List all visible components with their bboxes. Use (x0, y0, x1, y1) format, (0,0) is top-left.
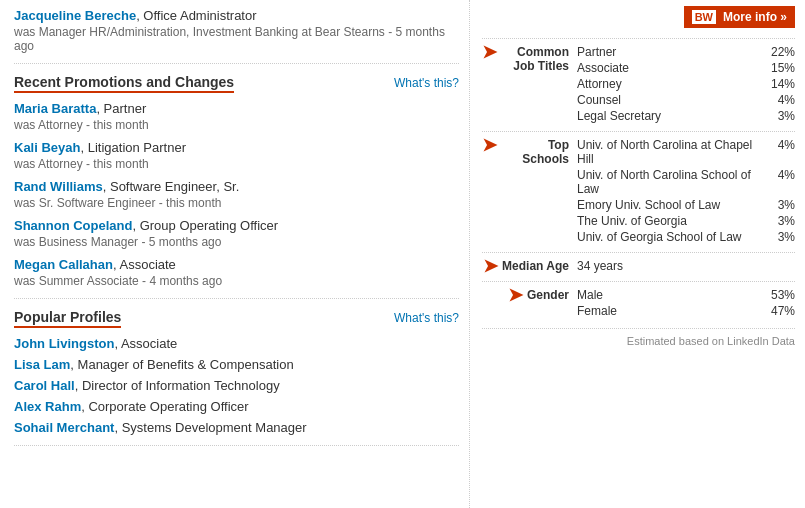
profile-title: , Manager of Benefits & Compensation (70, 357, 293, 372)
top-person-prev: was Manager HR/Administration, Investmen… (14, 25, 459, 53)
recent-person-title: , Group Operating Officer (132, 218, 278, 233)
stat-row: Univ. of Georgia School of Law 3% (577, 230, 795, 244)
more-info-button[interactable]: BW More info » (684, 6, 795, 28)
top-schools-label-col: ➤ Top Schools (482, 138, 577, 246)
recent-person-item: Shannon Copeland, Group Operating Office… (14, 218, 459, 249)
recent-section-header: Recent Promotions and Changes What's thi… (14, 74, 459, 93)
profile-name[interactable]: Sohail Merchant (14, 420, 114, 435)
profile-name[interactable]: Carol Hall (14, 378, 75, 393)
popular-section-title: Popular Profiles (14, 309, 121, 328)
stat-row: Associate 15% (577, 61, 795, 75)
median-age-section: ➤ Median Age 34 years (482, 252, 795, 275)
stat-row: Partner 22% (577, 45, 795, 59)
recent-person-item: Kali Beyah, Litigation Partner was Attor… (14, 140, 459, 171)
recent-whats-this-link[interactable]: What's this? (394, 76, 459, 90)
profile-item: Lisa Lam, Manager of Benefits & Compensa… (14, 357, 459, 372)
recent-person-item: Megan Callahan, Associate was Summer Ass… (14, 257, 459, 288)
top-schools-data: Univ. of North Carolina at Chapel Hill 4… (577, 138, 795, 246)
median-age-label: ➤ Median Age (482, 259, 569, 275)
profile-name[interactable]: John Livingston (14, 336, 114, 351)
bottom-divider (14, 445, 459, 446)
popular-whats-this-link[interactable]: What's this? (394, 311, 459, 325)
median-age-label-col: ➤ Median Age (482, 259, 577, 275)
gender-label-col: ➤ Gender (482, 288, 577, 320)
recent-person-name[interactable]: Shannon Copeland (14, 218, 132, 233)
popular-profiles-list: John Livingston, Associate Lisa Lam, Man… (14, 336, 459, 435)
arrow-icon: ➤ (508, 286, 523, 304)
recent-person-title: , Partner (96, 101, 146, 116)
profile-title: , Corporate Operating Officer (81, 399, 248, 414)
recent-person-name[interactable]: Megan Callahan (14, 257, 113, 272)
bw-logo: BW (692, 10, 716, 24)
stat-row: Male 53% (577, 288, 795, 302)
gender-data: Male 53% Female 47% (577, 288, 795, 320)
profile-item: Alex Rahm, Corporate Operating Officer (14, 399, 459, 414)
top-person-name[interactable]: Jacqueline Bereche (14, 8, 136, 23)
recent-person-prev: was Attorney - this month (14, 157, 459, 171)
recent-person-prev: was Attorney - this month (14, 118, 459, 132)
right-panel: BW More info » ➤ Common Job Titles Partn… (470, 0, 805, 508)
more-info-bar: BW More info » (482, 6, 795, 28)
recent-person-item: Rand Williams, Software Engineer, Sr. wa… (14, 179, 459, 210)
top-schools-section: ➤ Top Schools Univ. of North Carolina at… (482, 131, 795, 246)
arrow-icon: ➤ (482, 136, 497, 154)
recent-promotions-section: Recent Promotions and Changes What's thi… (14, 74, 459, 288)
stat-row: Univ. of North Carolina School of Law 4% (577, 168, 795, 196)
common-job-titles-section: ➤ Common Job Titles Partner 22% Associat… (482, 38, 795, 125)
common-job-titles-data: Partner 22% Associate 15% Attorney 14% C… (577, 45, 795, 125)
profile-item: Sohail Merchant, Systems Development Man… (14, 420, 459, 435)
profile-title: , Associate (114, 336, 177, 351)
median-age-data: 34 years (577, 259, 795, 275)
profile-title: , Director of Information Technology (75, 378, 280, 393)
recent-person-prev: was Business Manager - 5 months ago (14, 235, 459, 249)
top-person-title: , Office Administrator (136, 8, 256, 23)
more-info-label: More info » (723, 10, 787, 24)
stat-row: Female 47% (577, 304, 795, 318)
popular-profiles-section: Popular Profiles What's this? John Livin… (14, 309, 459, 435)
common-job-titles-label-col: ➤ Common Job Titles (482, 45, 577, 125)
stat-row: Counsel 4% (577, 93, 795, 107)
recent-person-name[interactable]: Rand Williams (14, 179, 103, 194)
stat-row: Attorney 14% (577, 77, 795, 91)
popular-section-header: Popular Profiles What's this? (14, 309, 459, 328)
arrow-icon: ➤ (483, 257, 498, 275)
stat-row: Legal Secretary 3% (577, 109, 795, 123)
top-person-entry: Jacqueline Bereche, Office Administrator… (14, 8, 459, 64)
recent-person-item: Maria Baratta, Partner was Attorney - th… (14, 101, 459, 132)
recent-section-title: Recent Promotions and Changes (14, 74, 234, 93)
recent-person-name[interactable]: Kali Beyah (14, 140, 80, 155)
stat-row: Univ. of North Carolina at Chapel Hill 4… (577, 138, 795, 166)
top-schools-label: ➤ Top Schools (482, 138, 569, 166)
left-panel: Jacqueline Bereche, Office Administrator… (0, 0, 470, 508)
profile-item: Carol Hall, Director of Information Tech… (14, 378, 459, 393)
gender-section: ➤ Gender Male 53% Female 47% (482, 281, 795, 320)
recent-person-prev: was Summer Associate - 4 months ago (14, 274, 459, 288)
recent-person-name[interactable]: Maria Baratta (14, 101, 96, 116)
common-job-titles-label: ➤ Common Job Titles (482, 45, 569, 73)
recent-person-title: , Litigation Partner (80, 140, 186, 155)
profile-name[interactable]: Lisa Lam (14, 357, 70, 372)
recent-people-list: Maria Baratta, Partner was Attorney - th… (14, 101, 459, 288)
section-divider (14, 298, 459, 299)
stat-row: 34 years (577, 259, 795, 273)
stat-row: Emory Univ. School of Law 3% (577, 198, 795, 212)
gender-label: ➤ Gender (482, 288, 569, 304)
estimated-note: Estimated based on LinkedIn Data (482, 328, 795, 347)
recent-person-title: , Associate (113, 257, 176, 272)
stat-row: The Univ. of Georgia 3% (577, 214, 795, 228)
arrow-icon: ➤ (482, 43, 497, 61)
profile-title: , Systems Development Manager (114, 420, 306, 435)
recent-person-prev: was Sr. Software Engineer - this month (14, 196, 459, 210)
profile-name[interactable]: Alex Rahm (14, 399, 81, 414)
recent-person-title: , Software Engineer, Sr. (103, 179, 240, 194)
profile-item: John Livingston, Associate (14, 336, 459, 351)
